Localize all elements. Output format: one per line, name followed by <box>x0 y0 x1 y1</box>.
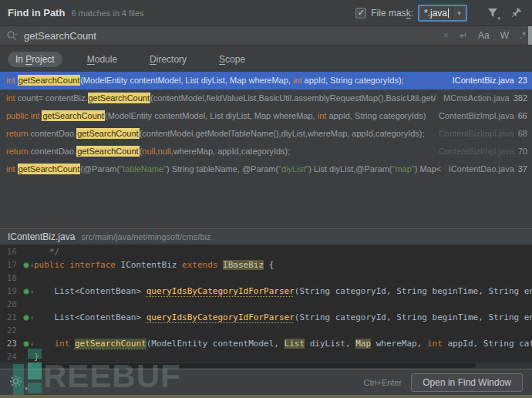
result-file-label: MCmsAction.java382 <box>443 89 527 107</box>
chevron-down-icon[interactable]: ▾ <box>452 6 466 20</box>
file-mask-combobox[interactable]: *.java ▾ <box>418 5 467 22</box>
code-segment: { <box>264 260 274 270</box>
result-code: int getSearchCount(@Param("tableName") S… <box>6 160 441 178</box>
pin-icon <box>510 7 522 19</box>
code-segment: (ModelEntity contentModel, List diyList,… <box>80 76 293 85</box>
result-row[interactable]: int getSearchCount(ModelEntity contentMo… <box>0 72 532 89</box>
code-line: 24} <box>0 350 532 363</box>
code-segment: contentDao. <box>31 129 76 138</box>
code-text: */ <box>34 245 532 258</box>
result-row[interactable]: return contentDao.getSearchCount(content… <box>0 125 532 143</box>
code-segment: appId, String categoryId <box>443 339 532 349</box>
code-line: 22 <box>0 324 532 337</box>
result-file-label: ContentBizImpl.java66 <box>439 107 527 125</box>
file-name: IContentBiz.java <box>453 76 514 85</box>
search-query[interactable]: getSearchCount <box>24 30 433 42</box>
implemented-marker-icon[interactable] <box>23 315 29 321</box>
tab-scope[interactable]: Scope <box>211 52 253 67</box>
code-segment: List <box>285 339 305 349</box>
clear-search-icon[interactable]: × <box>443 30 449 41</box>
file-mask-value: *.java <box>419 8 452 19</box>
text-caret <box>448 8 449 18</box>
code-segment: null <box>157 147 170 156</box>
implemented-marker-icon[interactable] <box>23 288 29 295</box>
result-file-label: ContentBizImpl.java68 <box>439 125 527 143</box>
code-line: 20 <box>0 298 532 311</box>
search-field[interactable]: getSearchCount × ↵ Aa W .* <box>0 25 532 46</box>
result-row[interactable]: return contentDao.getSearchCount(null,nu… <box>0 143 532 160</box>
match-case-toggle[interactable]: Aa <box>478 30 490 41</box>
code-line: 17↓public interface IContentBiz extends … <box>0 258 532 272</box>
result-code: int count= contentBiz.getSearchCount(con… <box>6 89 436 107</box>
tab-in-project[interactable]: In Project <box>8 52 62 67</box>
code-segment: "map" <box>392 164 415 174</box>
code-segment: ,whereMap, appId,categoryIds); <box>171 147 291 156</box>
file-name: ContentBizImpl.java <box>439 129 514 138</box>
result-file-label: IContentDao.java37 <box>449 160 527 178</box>
code-segment: IBaseBiz <box>223 260 264 270</box>
open-in-find-window-button[interactable]: Open in Find Window <box>411 373 523 392</box>
tab-directory[interactable]: Directory <box>142 52 194 67</box>
scrollbar-edge[interactable] <box>528 26 532 45</box>
code-line: 16 */ <box>0 245 532 258</box>
file-name: MCmsAction.java <box>443 93 510 103</box>
gutter-icon-slot <box>17 245 34 258</box>
match-summary: 6 matches in 4 files <box>71 8 355 18</box>
code-segment: appId, String categoryIds) <box>326 111 426 120</box>
code-text <box>34 272 532 285</box>
gutter-line-number: 19 <box>0 285 17 298</box>
result-code: return contentDao.getSearchCount(content… <box>6 125 431 143</box>
gutter-icon-slot: ↓ <box>17 258 34 272</box>
file-name: ContentBizImpl.java <box>439 111 514 120</box>
code-segment: public int <box>6 111 42 120</box>
result-code: public int getSearchCount(ModelEntity co… <box>6 107 431 125</box>
gutter-line-number: 22 <box>0 324 17 337</box>
code-segment: getSearchCount <box>76 146 140 157</box>
regex-toggle[interactable]: .* <box>520 30 526 41</box>
tab-module[interactable]: Module <box>79 52 125 67</box>
words-toggle[interactable]: W <box>500 30 509 41</box>
settings-button[interactable]: ▾ <box>9 375 28 390</box>
newline-icon[interactable]: ↵ <box>460 30 467 41</box>
code-text <box>34 298 532 311</box>
code-segment: ) String tableName, @Param( <box>167 164 278 174</box>
find-in-path-dialog: Find in Path 6 matches in 4 files ✓ File… <box>0 0 532 398</box>
code-segment: "tableName" <box>120 164 167 174</box>
scope-tabs: In ProjectModuleDirectoryScope <box>0 46 532 72</box>
code-preview-editor[interactable]: 16 */17↓public interface IContentBiz ext… <box>0 245 532 363</box>
implemented-marker-icon[interactable] <box>23 341 29 347</box>
gutter-line-number: 23 <box>0 337 17 350</box>
gutter-icon-slot <box>17 350 34 363</box>
code-segment: getSearchCount <box>42 110 105 121</box>
code-segment: null <box>142 147 155 156</box>
file-mask-checkbox[interactable]: ✓ <box>355 8 366 19</box>
code-segment: } <box>34 352 39 362</box>
gutter-line-number: 24 <box>0 350 17 363</box>
code-segment: extends <box>182 260 223 270</box>
result-row[interactable]: int getSearchCount(@Param("tableName") S… <box>0 160 532 178</box>
gutter-line-number: 20 <box>0 298 17 311</box>
code-segment: getSearchCount <box>76 128 140 139</box>
code-segment: "diyList" <box>278 164 308 174</box>
file-name: ContentBizImpl.java <box>439 147 514 156</box>
implemented-marker-icon[interactable] <box>23 262 29 268</box>
gutter-icon-slot <box>17 298 34 311</box>
preview-file-name: IContentBiz.java <box>8 231 75 242</box>
results-list: int getSearchCount(ModelEntity contentMo… <box>0 72 532 228</box>
horizontal-scrollbar-thumb[interactable] <box>32 363 476 368</box>
filter-button[interactable]: ▾ <box>484 5 501 22</box>
code-segment: int <box>293 76 302 85</box>
gutter-line-number: 17 <box>0 258 17 272</box>
result-row[interactable]: public int getSearchCount(ModelEntity co… <box>0 107 532 125</box>
pin-button[interactable] <box>507 5 524 22</box>
code-segment: IContentBiz <box>121 260 182 270</box>
gutter-icon-slot <box>17 324 34 337</box>
code-line: 18 <box>0 272 532 285</box>
gutter-icon-slot: ↓ <box>17 311 34 324</box>
result-row[interactable]: int count= contentBiz.getSearchCount(con… <box>0 89 532 107</box>
code-segment: return <box>6 129 31 138</box>
code-segment: ) Map<St <box>415 164 441 174</box>
result-file-label: IContentBiz.java23 <box>453 72 527 89</box>
code-segment: getSearchCount <box>18 164 81 174</box>
code-line: 19↓ List<ContentBean> queryIdsByCategory… <box>0 285 532 298</box>
